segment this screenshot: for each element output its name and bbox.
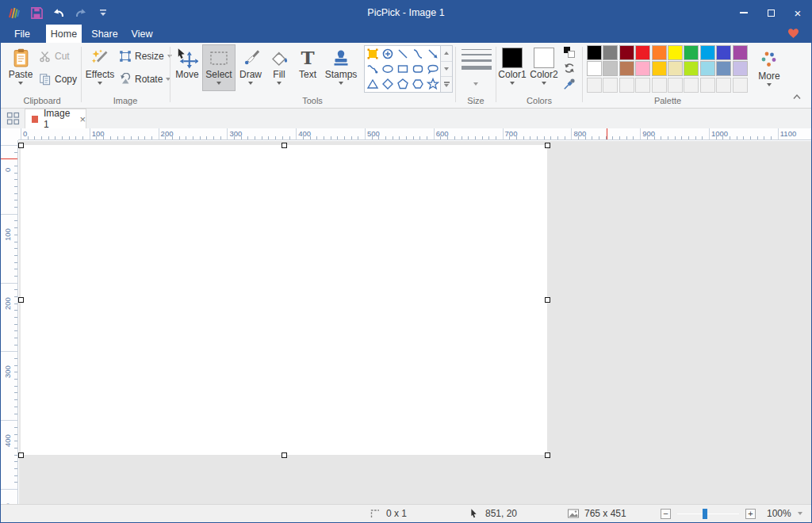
resize-handle[interactable] (18, 452, 24, 458)
stamps-button[interactable]: Stamps (323, 45, 359, 90)
resize-handle[interactable] (18, 143, 24, 148)
palette-empty-slot[interactable] (684, 78, 699, 93)
rotate-button[interactable]: Rotate (119, 71, 170, 87)
gallery-shape-highlight-rectangle[interactable] (366, 47, 381, 62)
resize-handle[interactable] (545, 297, 550, 303)
text-button[interactable]: T Text (294, 45, 321, 90)
view-all-tabs-button[interactable] (6, 112, 20, 125)
select-icon (209, 47, 229, 69)
resize-handle[interactable] (18, 297, 24, 303)
resize-handle[interactable] (545, 143, 550, 148)
palette-empty-slot[interactable] (668, 78, 683, 93)
gallery-shape-magnifier[interactable] (381, 47, 396, 62)
paste-button[interactable]: Paste (6, 45, 36, 90)
palette-color[interactable] (684, 45, 699, 60)
tab-home[interactable]: Home (46, 25, 82, 43)
palette-color[interactable] (603, 61, 618, 76)
palette-color[interactable] (619, 61, 634, 76)
palette-color[interactable] (668, 45, 683, 60)
save-button[interactable] (29, 6, 44, 20)
palette-empty-slot[interactable] (733, 78, 748, 93)
palette-color[interactable] (700, 45, 715, 60)
tab-file[interactable]: File (7, 25, 37, 43)
size-dropdown-arrow[interactable] (473, 82, 478, 86)
more-colors-button[interactable]: More (753, 47, 785, 92)
gallery-shape-hexagon[interactable] (411, 77, 426, 92)
resize-handle[interactable] (282, 143, 287, 148)
palette-color[interactable] (652, 61, 667, 76)
gallery-shape-triangle[interactable] (366, 77, 381, 92)
collapse-ribbon-button[interactable] (792, 89, 802, 103)
palette-color[interactable] (716, 61, 731, 76)
palette-color[interactable] (733, 45, 748, 60)
tab-share[interactable]: Share (88, 25, 121, 43)
zoom-slider-thumb[interactable] (703, 509, 707, 519)
palette-color[interactable] (603, 45, 618, 60)
palette-empty-slot[interactable] (587, 78, 602, 93)
favorite-heart-icon[interactable] (787, 27, 800, 42)
palette-color[interactable] (716, 45, 731, 60)
gallery-shape-diamond[interactable] (381, 77, 396, 92)
canvas[interactable] (21, 145, 547, 455)
color2-button[interactable]: Color2 (529, 45, 559, 90)
palette-empty-slot[interactable] (716, 78, 731, 93)
tab-close-icon[interactable]: × (79, 114, 86, 124)
gallery-shape-rounded-rectangle[interactable] (411, 62, 426, 77)
palette-color[interactable] (684, 61, 699, 76)
resize-button[interactable]: Resize (119, 48, 172, 64)
gallery-shape-scribble[interactable] (366, 62, 381, 77)
gallery-more-button[interactable] (441, 77, 452, 92)
tab-view[interactable]: View (126, 25, 158, 43)
copy-button[interactable]: Copy (39, 71, 77, 87)
gallery-scroll-down-button[interactable] (441, 62, 452, 78)
customize-quick-access-button[interactable] (96, 6, 110, 20)
gallery-shape-rectangle[interactable] (396, 62, 411, 77)
draw-button[interactable]: Draw (236, 45, 265, 90)
color1-button[interactable]: Color1 (497, 45, 527, 90)
resize-handle[interactable] (282, 452, 287, 458)
close-button[interactable]: × (784, 1, 811, 25)
fill-button[interactable]: Fill (266, 45, 293, 90)
effects-button[interactable]: Effects (84, 45, 116, 90)
palette-color[interactable] (733, 61, 748, 76)
eyedropper-button[interactable] (562, 77, 576, 90)
gallery-shape-star[interactable] (426, 77, 441, 92)
document-tab-image1[interactable]: Image 1 × (25, 109, 86, 128)
gallery-shape-line[interactable] (396, 47, 411, 62)
zoom-in-button[interactable]: + (745, 509, 756, 519)
gallery-shape-curve[interactable] (411, 47, 426, 62)
palette-empty-slot[interactable] (619, 78, 634, 93)
swap-colors-button[interactable] (562, 45, 576, 59)
gallery-shape-ellipse[interactable] (381, 62, 396, 77)
gallery-scroll-up-button[interactable] (441, 46, 452, 62)
resize-handle[interactable] (545, 452, 550, 458)
undo-button[interactable] (52, 6, 66, 20)
palette-empty-slot[interactable] (635, 78, 650, 93)
palette-color[interactable] (635, 61, 650, 76)
move-button[interactable]: Move (172, 45, 202, 90)
palette-color[interactable] (635, 45, 650, 60)
zoom-dropdown-arrow[interactable] (798, 512, 802, 515)
select-button[interactable]: Select (203, 45, 235, 90)
palette-color[interactable] (668, 61, 683, 76)
zoom-level-value[interactable]: 100% (767, 508, 791, 519)
palette-color[interactable] (700, 61, 715, 76)
gallery-shape-pentagon[interactable] (396, 77, 411, 92)
palette-color[interactable] (619, 45, 634, 60)
redo-button[interactable] (74, 6, 88, 20)
palette-empty-slot[interactable] (700, 78, 715, 93)
palette-empty-slot[interactable] (603, 78, 618, 93)
zoom-slider[interactable] (677, 509, 739, 519)
minimize-button[interactable] (730, 1, 757, 25)
cut-button[interactable]: Cut (39, 48, 70, 64)
palette-color[interactable] (587, 61, 602, 76)
gallery-shape-arrow-line[interactable] (426, 47, 441, 62)
gallery-shape-callout[interactable] (426, 62, 441, 77)
maximize-button[interactable] (757, 1, 784, 25)
palette-empty-slot[interactable] (652, 78, 667, 93)
zoom-out-button[interactable]: − (661, 509, 671, 519)
reset-colors-button[interactable] (562, 61, 576, 74)
line-size-selector[interactable] (462, 49, 492, 70)
palette-color[interactable] (587, 45, 602, 60)
palette-color[interactable] (652, 45, 667, 60)
